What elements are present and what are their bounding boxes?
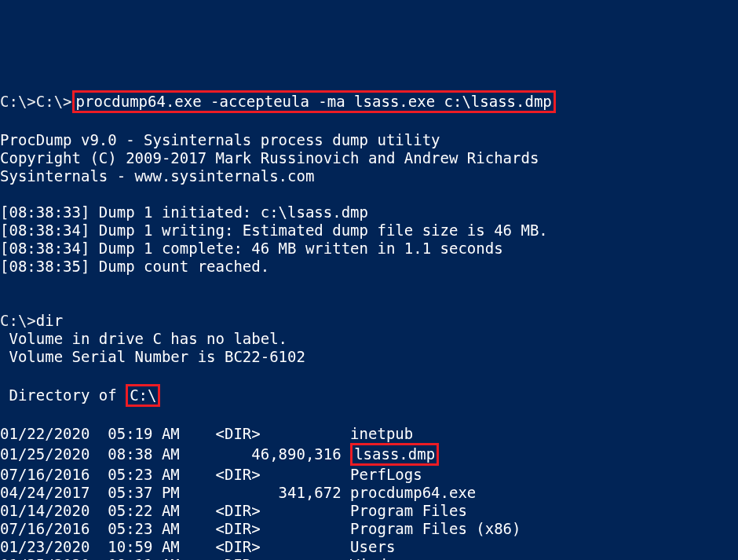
prompt: C:\>	[0, 312, 36, 329]
command-text: procdump64.exe -accepteula -ma lsass.exe…	[76, 93, 552, 110]
directory-of-prefix: Directory of	[0, 386, 126, 404]
log-line: [08:38:33] Dump 1 initiated: c:\lsass.dm…	[0, 203, 368, 221]
dir-row-prefix: 01/25/2020 08:38 AM 46,890,316	[0, 445, 350, 463]
banner-line: Sysinternals - www.sysinternals.com	[0, 167, 314, 185]
dir-command: dir	[36, 312, 63, 329]
dir-row-file: lsass.dmp	[354, 445, 435, 463]
banner-line: Copyright (C) 2009-2017 Mark Russinovich…	[0, 149, 539, 167]
volume-line: Volume in drive C has no label.	[0, 330, 287, 347]
highlight-file: lsass.dmp	[350, 443, 439, 466]
volume-line: Volume Serial Number is BC22-6102	[0, 348, 305, 365]
banner-line: ProcDump v9.0 - Sysinternals process dum…	[0, 131, 440, 148]
log-line: [08:38:34] Dump 1 complete: 46 MB writte…	[0, 240, 503, 257]
dir-row: 01/14/2020 05:22 AM <DIR> Program Files	[0, 502, 467, 519]
terminal-output[interactable]: C:\>C:\>procdump64.exe -accepteula -ma l…	[0, 90, 738, 560]
dir-row: 01/22/2020 05:19 AM <DIR> inetpub	[0, 425, 413, 442]
dir-row: 01/25/2020 08:11 AM <DIR> Windows	[0, 556, 413, 560]
highlight-path: C:\	[126, 384, 160, 407]
log-line: [08:38:35] Dump count reached.	[0, 258, 269, 275]
log-line: [08:38:34] Dump 1 writing: Estimated dum…	[0, 221, 548, 239]
dir-row: 04/24/2017 05:37 PM 341,672 procdump64.e…	[0, 484, 476, 501]
prompt: C:\>C:\>	[0, 93, 72, 110]
dir-row: 01/23/2020 10:59 AM <DIR> Users	[0, 538, 395, 555]
dir-row: 07/16/2016 05:23 AM <DIR> PerfLogs	[0, 466, 422, 483]
directory-path: C:\	[130, 386, 156, 404]
dir-row: 07/16/2016 05:23 AM <DIR> Program Files …	[0, 520, 521, 537]
highlight-command: procdump64.exe -accepteula -ma lsass.exe…	[72, 90, 556, 113]
